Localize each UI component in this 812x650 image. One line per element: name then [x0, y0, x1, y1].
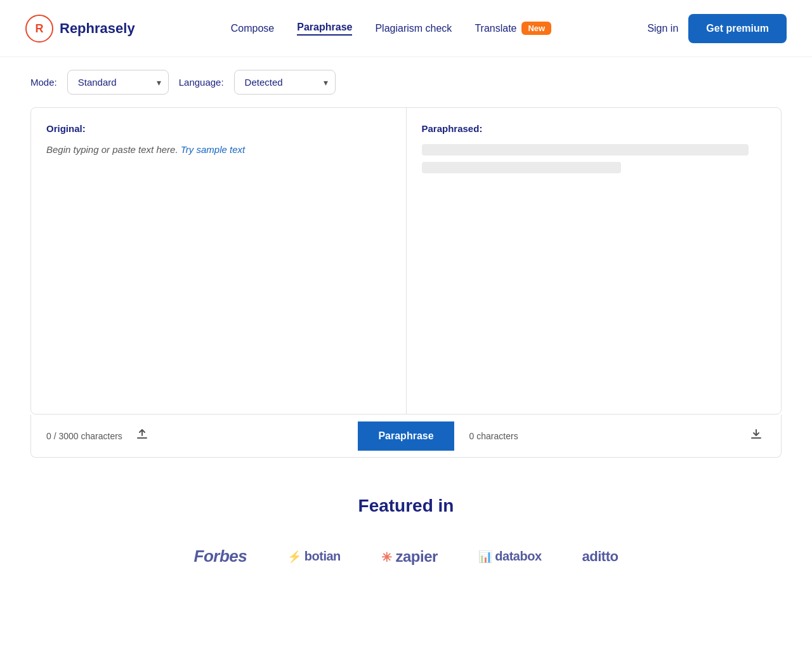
brand-zapier: ✳ zapier: [381, 548, 438, 566]
get-premium-button[interactable]: Get premium: [688, 14, 787, 43]
svg-rect-3: [751, 437, 761, 439]
upload-icon: [135, 427, 149, 441]
nav-compose[interactable]: Compose: [231, 23, 274, 34]
nav-plagiarism[interactable]: Plagiarism check: [375, 23, 452, 34]
nav-translate[interactable]: Translate: [475, 23, 516, 34]
language-label: Language:: [179, 77, 224, 88]
svg-text:R: R: [36, 22, 44, 35]
header-actions: Sign in Get premium: [647, 14, 787, 43]
nav-paraphrase[interactable]: Paraphrase: [297, 22, 352, 36]
paraphrase-button[interactable]: Paraphrase: [358, 421, 454, 451]
brand-forbes: Forbes: [194, 547, 247, 566]
original-label: Original:: [46, 123, 391, 134]
placeholder-line-1: [422, 144, 749, 156]
bottom-bar: 0 / 3000 characters Paraphrase 0 charact…: [30, 415, 782, 458]
logo-text: Rephrasely: [60, 20, 135, 37]
sign-in-button[interactable]: Sign in: [647, 23, 678, 34]
mode-select[interactable]: Standard: [67, 70, 169, 95]
paraphrased-label: Paraphrased:: [422, 123, 766, 134]
nav-translate-wrap: Translate New: [475, 22, 551, 35]
placeholder-line-2: [422, 162, 622, 173]
featured-title: Featured in: [30, 496, 782, 516]
download-button[interactable]: [747, 425, 766, 447]
editor-container: Original: Begin typing or paste text her…: [30, 107, 782, 415]
brand-aditto: aditto: [582, 548, 619, 565]
main-nav: Compose Paraphrase Plagiarism check Tran…: [231, 22, 551, 36]
new-badge: New: [521, 22, 551, 35]
bottom-left: 0 / 3000 characters: [31, 415, 358, 457]
svg-rect-2: [137, 437, 147, 439]
char-count-left: 0 / 3000 characters: [46, 431, 122, 441]
char-count-right: 0 characters: [469, 431, 518, 441]
mode-label: Mode:: [30, 77, 57, 88]
upload-button[interactable]: [133, 425, 152, 447]
placeholder-text: Begin typing or paste text here.: [46, 144, 178, 155]
mode-toolbar: Mode: Standard ▾ Language: Detected ▾: [0, 57, 812, 107]
paraphrased-pane: Paraphrased:: [407, 108, 782, 414]
placeholder-lines: [422, 144, 766, 173]
logo-icon: R: [25, 15, 53, 43]
header: R Rephrasely Compose Paraphrase Plagiari…: [0, 0, 812, 57]
bottom-right: 0 characters: [454, 415, 781, 457]
featured-logos: Forbes ⚡ botian ✳ zapier 📊 databox aditt…: [30, 547, 782, 566]
original-placeholder-text: Begin typing or paste text here. Try sam…: [46, 144, 391, 155]
logo-link[interactable]: R Rephrasely: [25, 15, 135, 43]
sample-text-link[interactable]: Try sample text: [181, 144, 245, 155]
brand-databox: 📊 databox: [478, 549, 542, 564]
original-textarea[interactable]: [46, 155, 391, 396]
mode-select-wrapper: Standard ▾: [67, 70, 169, 95]
download-icon: [749, 427, 763, 441]
language-select[interactable]: Detected: [234, 70, 336, 95]
original-pane: Original: Begin typing or paste text her…: [31, 108, 407, 414]
language-select-wrapper: Detected ▾: [234, 70, 336, 95]
brand-botian: ⚡ botian: [287, 549, 341, 564]
featured-section: Featured in Forbes ⚡ botian ✳ zapier 📊 d…: [0, 496, 812, 604]
